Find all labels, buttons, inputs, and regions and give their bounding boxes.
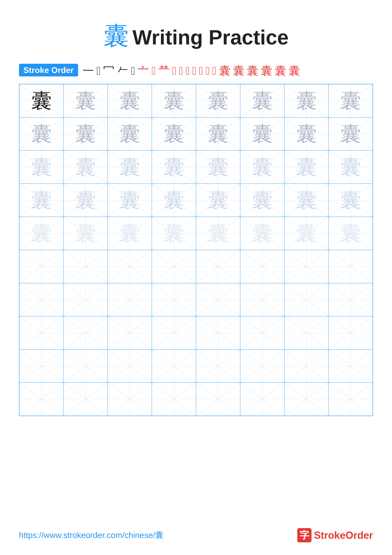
grid-cell-r2c5[interactable]: 囊 bbox=[196, 117, 240, 151]
title-text: Writing Practice bbox=[133, 26, 289, 49]
grid-cell-r6c8[interactable] bbox=[328, 250, 373, 283]
grid-cell-r1c3[interactable]: 囊 bbox=[108, 84, 152, 117]
grid-cell-r6c5[interactable] bbox=[196, 250, 240, 283]
grid-cell-r8c1[interactable] bbox=[19, 316, 64, 350]
grid-cell-r2c1[interactable]: 囊 bbox=[19, 117, 64, 151]
grid-cell-r3c5[interactable]: 囊 bbox=[196, 150, 240, 184]
grid-cell-r1c6[interactable]: 囊 bbox=[240, 84, 284, 117]
grid-cell-r5c4[interactable]: 囊 bbox=[152, 217, 196, 250]
grid-cell-r9c8[interactable] bbox=[328, 350, 373, 383]
grid-cell-r7c1[interactable] bbox=[19, 283, 64, 316]
char-r3c6: 囊 bbox=[252, 157, 273, 177]
grid-cell-r8c7[interactable] bbox=[284, 316, 328, 350]
grid-cell-r6c1[interactable] bbox=[19, 250, 64, 283]
grid-cell-r3c1[interactable]: 囊 bbox=[19, 150, 64, 184]
grid-cell-r9c4[interactable] bbox=[152, 350, 196, 383]
grid-cell-r8c4[interactable] bbox=[152, 316, 196, 350]
grid-cell-r9c1[interactable] bbox=[19, 350, 64, 383]
char-r5c7: 囊 bbox=[296, 223, 317, 244]
grid-cell-r4c7[interactable]: 囊 bbox=[284, 184, 328, 217]
char-r3c8: 囊 bbox=[340, 157, 361, 177]
char-r5c4: 囊 bbox=[164, 223, 184, 244]
grid-cell-r4c6[interactable]: 囊 bbox=[240, 184, 284, 217]
grid-cell-r3c6[interactable]: 囊 bbox=[240, 150, 284, 184]
grid-cell-r3c7[interactable]: 囊 bbox=[284, 150, 328, 184]
grid-cell-r2c7[interactable]: 囊 bbox=[284, 117, 328, 151]
grid-cell-r5c3[interactable]: 囊 bbox=[108, 217, 152, 250]
grid-cell-r7c5[interactable] bbox=[196, 283, 240, 316]
grid-cell-r6c4[interactable] bbox=[152, 250, 196, 283]
grid-cell-r8c5[interactable] bbox=[196, 316, 240, 350]
char-r2c5: 囊 bbox=[208, 124, 228, 144]
grid-cell-r7c6[interactable] bbox=[240, 283, 284, 316]
grid-cell-r3c2[interactable]: 囊 bbox=[64, 150, 107, 184]
stroke-20: 囊 bbox=[275, 63, 286, 79]
stroke-14: 𡂖 bbox=[206, 64, 210, 78]
char-r2c6: 囊 bbox=[252, 124, 273, 144]
grid-cell-r1c7[interactable]: 囊 bbox=[284, 84, 328, 117]
footer-url[interactable]: https://www.strokeorder.com/chinese/囊 bbox=[19, 530, 163, 541]
grid-cell-r9c3[interactable] bbox=[108, 350, 152, 383]
grid-cell-r10c1[interactable] bbox=[19, 383, 64, 416]
grid-cell-r7c3[interactable] bbox=[108, 283, 152, 316]
grid-cell-r4c5[interactable]: 囊 bbox=[196, 184, 240, 217]
grid-cell-r2c8[interactable]: 囊 bbox=[328, 117, 373, 151]
grid-cell-r9c7[interactable] bbox=[284, 350, 328, 383]
grid-cell-r9c5[interactable] bbox=[196, 350, 240, 383]
grid-cell-r5c1[interactable]: 囊 bbox=[19, 217, 64, 250]
grid-cell-r10c5[interactable] bbox=[196, 383, 240, 416]
grid-cell-r3c3[interactable]: 囊 bbox=[108, 150, 152, 184]
char-r3c4: 囊 bbox=[164, 157, 184, 177]
grid-cell-r3c8[interactable]: 囊 bbox=[328, 150, 373, 184]
grid-cell-r8c2[interactable] bbox=[64, 316, 107, 350]
grid-cell-r6c7[interactable] bbox=[284, 250, 328, 283]
grid-cell-r10c8[interactable] bbox=[328, 383, 373, 416]
grid-cell-r1c8[interactable]: 囊 bbox=[328, 84, 373, 117]
grid-cell-r7c7[interactable] bbox=[284, 283, 328, 316]
logo-order: Order bbox=[346, 530, 373, 541]
char-r2c2: 囊 bbox=[75, 124, 96, 144]
stroke-10: 𠅃 bbox=[179, 64, 183, 78]
grid-cell-r8c3[interactable] bbox=[108, 316, 152, 350]
grid-cell-r10c3[interactable] bbox=[108, 383, 152, 416]
grid-cell-r4c4[interactable]: 囊 bbox=[152, 184, 196, 217]
grid-cell-r10c4[interactable] bbox=[152, 383, 196, 416]
grid-cell-r2c2[interactable]: 囊 bbox=[64, 117, 107, 151]
footer: https://www.strokeorder.com/chinese/囊 字 … bbox=[19, 528, 373, 542]
char-r4c1: 囊 bbox=[31, 190, 52, 211]
grid-cell-r6c6[interactable] bbox=[240, 250, 284, 283]
grid-cell-r4c3[interactable]: 囊 bbox=[108, 184, 152, 217]
grid-cell-r1c5[interactable]: 囊 bbox=[196, 84, 240, 117]
grid-cell-r8c8[interactable] bbox=[328, 316, 373, 350]
grid-cell-r5c6[interactable]: 囊 bbox=[240, 217, 284, 250]
grid-cell-r3c4[interactable]: 囊 bbox=[152, 150, 196, 184]
strokeorder-logo-icon: 字 bbox=[297, 528, 312, 542]
grid-cell-r5c7[interactable]: 囊 bbox=[284, 217, 328, 250]
grid-cell-r1c4[interactable]: 囊 bbox=[152, 84, 196, 117]
grid-cell-r7c4[interactable] bbox=[152, 283, 196, 316]
char-r2c1: 囊 bbox=[31, 124, 52, 144]
grid-cell-r2c6[interactable]: 囊 bbox=[240, 117, 284, 151]
grid-cell-r1c1[interactable]: 囊 bbox=[19, 84, 64, 117]
logo-stroke: Stroke bbox=[314, 530, 346, 541]
grid-cell-r6c2[interactable] bbox=[64, 250, 107, 283]
grid-cell-r4c8[interactable]: 囊 bbox=[328, 184, 373, 217]
char-r4c8: 囊 bbox=[340, 190, 361, 211]
grid-cell-r2c3[interactable]: 囊 bbox=[108, 117, 152, 151]
grid-cell-r9c2[interactable] bbox=[64, 350, 107, 383]
grid-cell-r10c2[interactable] bbox=[64, 383, 107, 416]
grid-cell-r5c8[interactable]: 囊 bbox=[328, 217, 373, 250]
grid-cell-r4c1[interactable]: 囊 bbox=[19, 184, 64, 217]
grid-cell-r7c8[interactable] bbox=[328, 283, 373, 316]
grid-cell-r10c6[interactable] bbox=[240, 383, 284, 416]
grid-cell-r10c7[interactable] bbox=[284, 383, 328, 416]
grid-cell-r5c5[interactable]: 囊 bbox=[196, 217, 240, 250]
grid-cell-r8c6[interactable] bbox=[240, 316, 284, 350]
grid-cell-r2c4[interactable]: 囊 bbox=[152, 117, 196, 151]
grid-cell-r9c6[interactable] bbox=[240, 350, 284, 383]
grid-cell-r5c2[interactable]: 囊 bbox=[64, 217, 107, 250]
grid-cell-r1c2[interactable]: 囊 bbox=[64, 84, 107, 117]
grid-cell-r6c3[interactable] bbox=[108, 250, 152, 283]
grid-cell-r4c2[interactable]: 囊 bbox=[64, 184, 107, 217]
grid-cell-r7c2[interactable] bbox=[64, 283, 107, 316]
